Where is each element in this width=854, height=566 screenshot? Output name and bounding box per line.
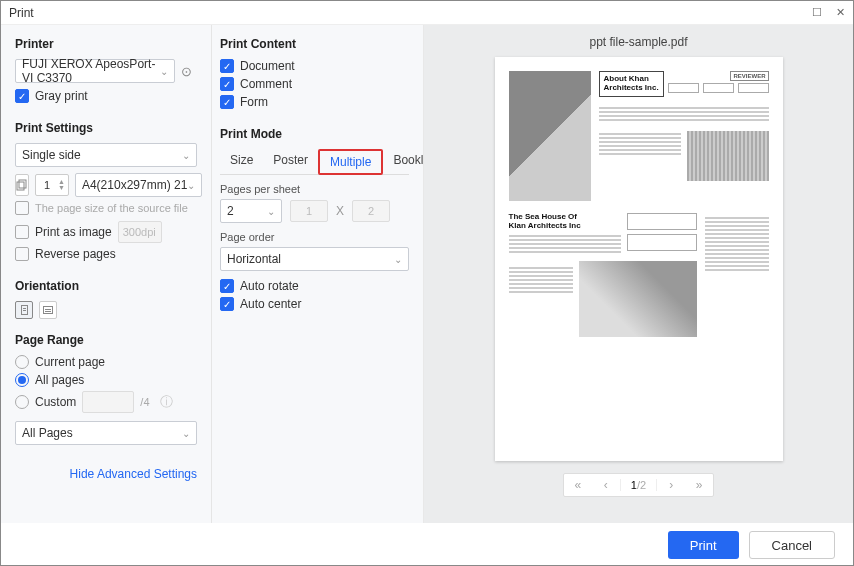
preview-image-1	[509, 71, 591, 201]
preview-image-3	[579, 261, 697, 337]
svg-rect-1	[19, 180, 26, 188]
printer-select-value: FUJI XEROX ApeosPort-VI C3370	[22, 57, 160, 85]
page-subset-value: All Pages	[22, 426, 73, 440]
titlebar: Print ☐ ✕	[1, 1, 853, 25]
hide-advanced-link[interactable]: Hide Advanced Settings	[70, 467, 197, 481]
gray-print-label: Gray print	[35, 89, 88, 103]
tab-multiple[interactable]: Multiple	[318, 149, 383, 175]
preview-pane: ppt file-sample.pdf About KhanArchitects…	[424, 25, 853, 523]
pager-position: 1/2	[620, 479, 657, 491]
preview-heading-1: About KhanArchitects Inc.	[599, 71, 664, 97]
print-button[interactable]: Print	[668, 531, 739, 559]
auto-rotate-label: Auto rotate	[240, 279, 299, 293]
duplex-value: Single side	[22, 148, 81, 162]
window-title: Print	[9, 6, 34, 20]
preview-filename: ppt file-sample.pdf	[589, 35, 687, 49]
page-order-select[interactable]: Horizontal ⌄	[220, 247, 409, 271]
pages-per-sheet-label: Pages per sheet	[220, 183, 409, 195]
print-as-image-label: Print as image	[35, 225, 112, 239]
reverse-pages-checkbox[interactable]	[15, 247, 29, 261]
custom-range-input[interactable]	[82, 391, 134, 413]
auto-center-label: Auto center	[240, 297, 301, 311]
preview-image-2	[687, 131, 769, 181]
pager-prev-icon[interactable]: ‹	[592, 478, 620, 492]
dpi-input: 300dpi	[118, 221, 162, 243]
current-page-radio[interactable]	[15, 355, 29, 369]
custom-suffix: /4	[140, 396, 149, 408]
copies-down-icon[interactable]: ▼	[58, 185, 65, 191]
collate-icon[interactable]	[15, 174, 29, 196]
custom-label: Custom	[35, 395, 76, 409]
auto-rotate-checkbox[interactable]: ✓	[220, 279, 234, 293]
cancel-button[interactable]: Cancel	[749, 531, 835, 559]
copies-stepper[interactable]: 1 ▲ ▼	[35, 174, 69, 196]
orientation-portrait[interactable]	[15, 301, 33, 319]
copies-value: 1	[36, 179, 58, 191]
paper-size-select[interactable]: A4(210x297mm) 21 ⌄	[75, 173, 202, 197]
preview-page: About KhanArchitects Inc. REVIEWER	[495, 57, 783, 461]
paper-size-value: A4(210x297mm) 21	[82, 178, 187, 192]
all-pages-label: All pages	[35, 373, 84, 387]
current-page-label: Current page	[35, 355, 105, 369]
auto-center-checkbox[interactable]: ✓	[220, 297, 234, 311]
tab-poster[interactable]: Poster	[263, 149, 318, 174]
info-icon[interactable]: ⓘ	[160, 393, 173, 411]
pager-last-icon[interactable]: »	[685, 478, 713, 492]
chevron-down-icon: ⌄	[267, 206, 275, 217]
orientation-landscape[interactable]	[39, 301, 57, 319]
printer-select[interactable]: FUJI XEROX ApeosPort-VI C3370 ⌄	[15, 59, 175, 83]
chevron-down-icon: ⌄	[394, 254, 402, 265]
source-size-checkbox[interactable]	[15, 201, 29, 215]
grid-rows-input: 2	[352, 200, 390, 222]
content-comment-label: Comment	[240, 77, 292, 91]
chevron-down-icon: ⌄	[182, 428, 190, 439]
orientation-title: Orientation	[15, 279, 197, 293]
page-order-value: Horizontal	[227, 252, 281, 266]
print-mode-title: Print Mode	[220, 127, 409, 141]
left-panel: Printer FUJI XEROX ApeosPort-VI C3370 ⌄ …	[1, 25, 211, 523]
print-content-title: Print Content	[220, 37, 409, 51]
gray-print-checkbox[interactable]: ✓	[15, 89, 29, 103]
maximize-icon[interactable]: ☐	[812, 6, 822, 19]
svg-rect-0	[17, 182, 24, 190]
pages-per-sheet-select[interactable]: 2 ⌄	[220, 199, 282, 223]
page-range-title: Page Range	[15, 333, 197, 347]
grid-x-label: X	[336, 204, 344, 218]
chevron-down-icon: ⌄	[160, 66, 168, 77]
pager-next-icon[interactable]: ›	[657, 478, 685, 492]
pager-first-icon[interactable]: «	[564, 478, 592, 492]
tab-size[interactable]: Size	[220, 149, 263, 174]
print-as-image-checkbox[interactable]	[15, 225, 29, 239]
page-order-label: Page order	[220, 231, 409, 243]
all-pages-radio[interactable]	[15, 373, 29, 387]
content-document-checkbox[interactable]: ✓	[220, 59, 234, 73]
chevron-down-icon: ⌄	[187, 180, 195, 191]
custom-range-radio[interactable]	[15, 395, 29, 409]
printer-properties-icon[interactable]: ⊙	[181, 64, 192, 79]
close-icon[interactable]: ✕	[836, 6, 845, 19]
duplex-select[interactable]: Single side ⌄	[15, 143, 197, 167]
pps-value: 2	[227, 204, 234, 218]
grid-cols-input: 1	[290, 200, 328, 222]
content-comment-checkbox[interactable]: ✓	[220, 77, 234, 91]
mode-tabs: Size Poster Multiple Booklet	[220, 149, 409, 175]
main-area: Printer FUJI XEROX ApeosPort-VI C3370 ⌄ …	[1, 25, 853, 523]
chevron-down-icon: ⌄	[182, 150, 190, 161]
preview-badge: REVIEWER	[730, 71, 768, 81]
printer-section-title: Printer	[15, 37, 197, 51]
print-settings-title: Print Settings	[15, 121, 197, 135]
preview-pager: « ‹ 1/2 › »	[563, 473, 714, 497]
page-subset-select[interactable]: All Pages ⌄	[15, 421, 197, 445]
preview-heading-2: The Sea House OfKlan Architects Inc	[509, 213, 621, 231]
middle-panel: Print Content ✓ Document ✓ Comment ✓ For…	[212, 25, 424, 523]
reverse-pages-label: Reverse pages	[35, 247, 116, 261]
content-form-checkbox[interactable]: ✓	[220, 95, 234, 109]
source-size-label: The page size of the source file	[35, 202, 188, 214]
content-document-label: Document	[240, 59, 295, 73]
footer: Print Cancel	[1, 523, 853, 566]
content-form-label: Form	[240, 95, 268, 109]
